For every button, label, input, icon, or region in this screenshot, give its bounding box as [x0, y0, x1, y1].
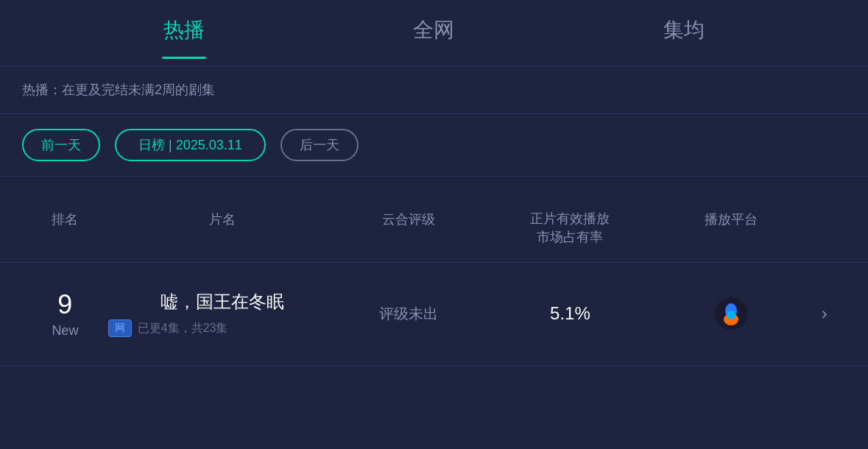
header-rating: 云合评级 [337, 211, 481, 228]
platform-cell [660, 296, 803, 331]
navigation-bar: 前一天 日榜 | 2025.03.11 后一天 [0, 114, 868, 177]
header-platform: 播放平台 [660, 211, 803, 228]
rank-badge: New [52, 323, 78, 339]
svg-point-3 [727, 311, 735, 319]
episode-info: 已更4集，共23集 [138, 321, 228, 336]
detail-arrow[interactable]: › [803, 303, 846, 324]
rank-number: 9 [57, 289, 72, 320]
network-tag: 网 [108, 319, 132, 337]
header-rank: 排名 [22, 211, 108, 228]
tab-avg[interactable]: 集均 [663, 16, 705, 50]
header-market: 正片有效播放 市场占有率 [481, 191, 660, 247]
title-tags: 网 已更4集，共23集 [108, 319, 337, 337]
rank-cell: 9 New [22, 289, 108, 339]
rating-cell: 评级未出 [337, 304, 481, 324]
prev-day-button[interactable]: 前一天 [22, 129, 100, 161]
tab-hot[interactable]: 热播 [163, 16, 205, 50]
show-title: 嘘，国王在冬眠 [108, 290, 337, 314]
title-cell: 嘘，国王在冬眠 网 已更4集，共23集 [108, 290, 337, 337]
header-title: 片名 [108, 211, 337, 228]
date-button[interactable]: 日榜 | 2025.03.11 [115, 129, 266, 161]
description-bar: 热播：在更及完结未满2周的剧集 [0, 66, 868, 114]
table-header: 排名 片名 云合评级 正片有效播放 市场占有率 播放平台 [0, 177, 868, 263]
next-day-button[interactable]: 后一天 [280, 129, 359, 161]
tab-bar: 热播 全网 集均 [0, 0, 868, 66]
tencent-video-icon [713, 296, 749, 331]
market-share-cell: 5.1% [481, 301, 660, 326]
table-row: 9 New 嘘，国王在冬眠 网 已更4集，共23集 评级未出 5.1% › [0, 263, 868, 366]
tab-all[interactable]: 全网 [413, 16, 454, 50]
